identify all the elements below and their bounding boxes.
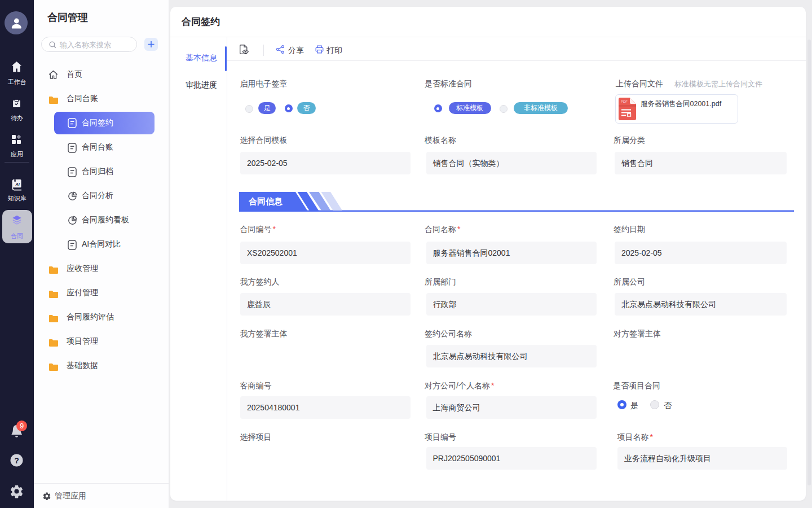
svg-text:AI: AI: [15, 182, 20, 187]
svg-text:PDF: PDF: [621, 100, 628, 103]
svg-text:?: ?: [14, 456, 19, 465]
